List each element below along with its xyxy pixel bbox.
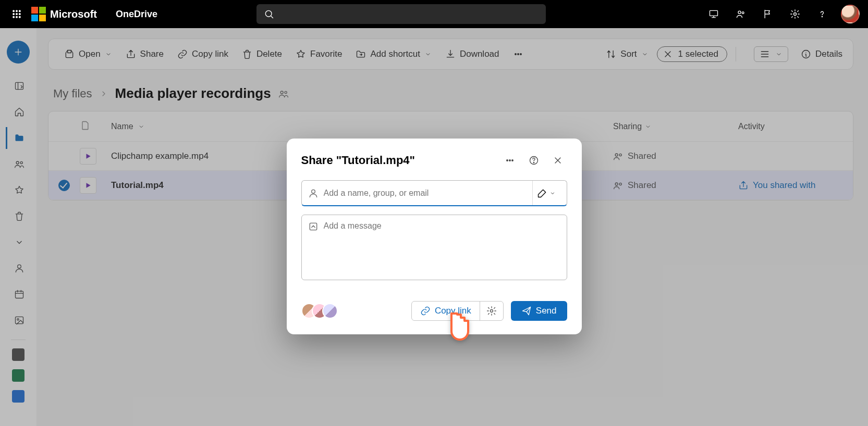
desktop-icon[interactable] <box>701 2 726 27</box>
link-icon <box>420 306 431 316</box>
note-icon <box>308 221 319 232</box>
shared-with-avatars[interactable] <box>301 303 338 319</box>
search-input[interactable] <box>256 4 546 24</box>
suite-header: Microsoft OneDrive <box>0 0 868 28</box>
svg-point-11 <box>738 11 741 14</box>
message-field[interactable] <box>301 215 567 280</box>
modal-overlay: Share "Tutorial.mp4" <box>0 28 868 426</box>
dialog-help-button[interactable] <box>524 151 543 170</box>
recipient-field[interactable] <box>301 180 567 206</box>
microsoft-logo[interactable]: Microsoft <box>31 7 97 21</box>
permission-picker[interactable] <box>532 181 560 205</box>
person-icon <box>308 188 319 198</box>
app-name[interactable]: OneDrive <box>116 9 157 20</box>
svg-point-5 <box>19 14 21 15</box>
microsoft-logo-icon <box>31 7 46 21</box>
dialog-close-button[interactable] <box>548 151 567 170</box>
svg-point-36 <box>509 160 510 161</box>
avatar <box>322 303 338 319</box>
account-avatar[interactable] <box>841 5 860 23</box>
svg-point-35 <box>506 160 508 161</box>
svg-rect-41 <box>310 223 316 230</box>
svg-point-42 <box>490 310 493 312</box>
pencil-icon <box>537 188 547 198</box>
svg-point-7 <box>16 17 18 18</box>
svg-point-0 <box>13 10 15 12</box>
svg-point-12 <box>742 12 744 14</box>
dialog-more-button[interactable] <box>500 151 519 170</box>
copylink-group: Copy link <box>411 301 504 321</box>
link-settings-button[interactable] <box>480 302 503 320</box>
svg-point-13 <box>794 13 797 16</box>
recipient-input[interactable] <box>324 189 527 198</box>
send-icon <box>521 306 532 316</box>
share-dialog: Share "Tutorial.mp4" <box>287 139 582 334</box>
flag-icon[interactable] <box>755 2 780 27</box>
svg-point-14 <box>822 16 822 17</box>
copylink-button[interactable]: Copy link <box>412 302 480 320</box>
help-icon[interactable] <box>810 2 835 27</box>
svg-point-39 <box>533 162 534 163</box>
more-icon <box>505 155 515 166</box>
send-label: Send <box>536 306 557 316</box>
close-icon <box>553 155 563 166</box>
svg-point-9 <box>265 10 272 17</box>
app-launcher-icon[interactable] <box>4 2 29 27</box>
svg-point-1 <box>16 10 18 12</box>
gear-icon[interactable] <box>783 2 808 27</box>
svg-point-40 <box>311 190 315 193</box>
help-icon <box>529 155 539 166</box>
chevron-down-icon <box>549 190 556 196</box>
svg-point-4 <box>16 14 18 15</box>
search-icon <box>264 9 274 19</box>
svg-point-2 <box>19 10 21 12</box>
teams-icon[interactable] <box>728 2 753 27</box>
copylink-label: Copy link <box>435 306 471 316</box>
message-input[interactable] <box>324 221 560 273</box>
send-button[interactable]: Send <box>511 301 567 321</box>
microsoft-logo-text: Microsoft <box>50 8 97 20</box>
gear-icon <box>486 306 497 316</box>
dialog-title: Share "Tutorial.mp4" <box>301 154 495 167</box>
svg-point-6 <box>13 17 15 18</box>
svg-rect-10 <box>710 10 718 16</box>
svg-point-8 <box>19 17 21 18</box>
svg-point-3 <box>13 14 15 15</box>
svg-point-37 <box>511 160 513 161</box>
